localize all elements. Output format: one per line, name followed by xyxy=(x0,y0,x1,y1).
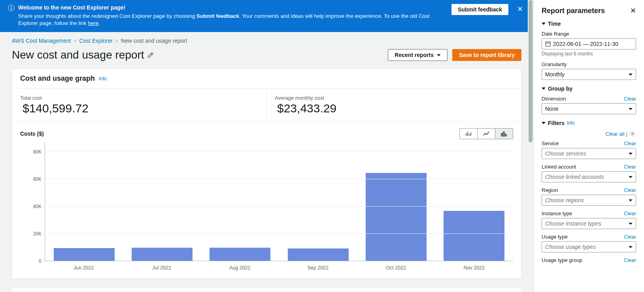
date-range-hint: Displaying last 6 months xyxy=(542,51,636,57)
chart-bar[interactable] xyxy=(366,173,427,261)
filter-clear-link[interactable]: Clear xyxy=(624,140,636,146)
filter-label: Service xyxy=(542,140,559,146)
y-tick-label: 0 xyxy=(39,258,42,264)
cost-breakdown-card: Cost and usage breakdown Download as CSV… xyxy=(12,288,521,292)
filter-clear-link[interactable]: Clear xyxy=(624,257,636,263)
side-panel-close-icon[interactable]: ✕ xyxy=(630,6,636,15)
x-tick-label: Aug 2022 xyxy=(201,265,279,271)
page-title: New cost and usage report xyxy=(12,49,154,61)
main-scrollbar[interactable] xyxy=(528,0,533,292)
svg-rect-6 xyxy=(546,42,550,46)
x-tick-label: Nov 2022 xyxy=(435,265,514,271)
calendar-icon xyxy=(545,41,551,47)
filter-select[interactable]: Choose regions xyxy=(542,195,636,206)
card-title: Cost and usage graph xyxy=(20,74,95,83)
filter-clear-link[interactable]: Clear xyxy=(624,187,636,193)
filters-info-link[interactable]: Info xyxy=(567,120,575,126)
filter-label: Region xyxy=(542,187,558,193)
banner-here-link[interactable]: here xyxy=(88,20,98,26)
y-tick-label: 20K xyxy=(33,231,42,237)
dimension-select[interactable]: None xyxy=(542,103,636,114)
filter-clear-link[interactable]: Clear xyxy=(624,234,636,240)
side-panel-title: Report parameters xyxy=(542,7,605,15)
avg-cost-label: Average monthly cost xyxy=(275,95,513,101)
caret-down-icon xyxy=(629,199,633,201)
svg-rect-2 xyxy=(505,134,506,136)
chart-bar[interactable] xyxy=(132,248,193,262)
x-tick-label: Jun 2022 xyxy=(45,265,123,271)
chart-stacked-button[interactable] xyxy=(495,129,513,139)
banner-close-icon[interactable]: ✕ xyxy=(515,4,525,14)
caret-down-icon xyxy=(629,108,633,110)
chart-bar[interactable] xyxy=(210,248,270,261)
filter-label: Usage type group xyxy=(542,257,582,263)
submit-feedback-button[interactable]: Submit feedback xyxy=(451,4,508,15)
filter-clear-link[interactable]: Clear xyxy=(624,210,636,216)
cost-graph-card: Cost and usage graph Info Total cost $14… xyxy=(12,68,521,279)
banner-title: Welcome to the new Cost Explorer page! xyxy=(18,4,448,12)
breadcrumb-cost-management[interactable]: AWS Cost Management xyxy=(12,38,71,44)
section-time[interactable]: Time xyxy=(542,21,636,27)
save-report-button[interactable]: Save to report library xyxy=(452,49,521,61)
chart-bar[interactable] xyxy=(444,211,504,262)
chart-y-label: Costs ($) xyxy=(20,131,44,137)
section-filters[interactable]: Filters Info xyxy=(542,120,636,126)
dimension-clear-link[interactable]: Clear xyxy=(624,96,636,102)
panel-resize-handle[interactable]: || xyxy=(533,139,534,153)
chevron-right-icon: › xyxy=(116,38,118,44)
dimension-label: Dimension xyxy=(542,96,566,102)
x-tick-label: Jul 2022 xyxy=(123,265,201,271)
breadcrumb-current: New cost and usage report xyxy=(121,38,187,44)
chart-bar[interactable] xyxy=(288,248,349,261)
x-tick-label: Sep 2022 xyxy=(279,265,357,271)
filters-settings-icon[interactable] xyxy=(629,130,636,137)
chart-type-toggle xyxy=(459,128,513,139)
filter-clear-link[interactable]: Clear xyxy=(624,164,636,170)
banner-body: Share your thoughts about the redesigned… xyxy=(18,13,448,28)
chart-bar[interactable] xyxy=(54,248,115,261)
caret-down-icon xyxy=(542,87,546,90)
caret-down-icon xyxy=(629,223,633,225)
report-parameters-panel: || Report parameters ✕ Time Date Range 2… xyxy=(533,0,644,292)
caret-down-icon xyxy=(629,246,633,248)
stacked-bar-icon xyxy=(501,131,507,137)
y-tick-label: 60K xyxy=(33,176,42,182)
caret-down-icon xyxy=(542,122,546,124)
bar-chart-icon xyxy=(465,131,472,137)
x-tick-label: Oct 2022 xyxy=(357,265,435,271)
section-group-by[interactable]: Group by xyxy=(542,85,636,92)
svg-point-10 xyxy=(632,133,633,135)
chevron-right-icon: › xyxy=(74,38,76,44)
info-banner: i Welcome to the new Cost Explorer page!… xyxy=(0,0,533,32)
filter-select[interactable]: Choose linked accounts xyxy=(542,171,636,182)
edit-icon[interactable] xyxy=(147,52,154,58)
granularity-label: Granularity xyxy=(542,61,636,67)
breadcrumb-cost-explorer[interactable]: Cost Explorer xyxy=(79,38,113,44)
info-link[interactable]: Info xyxy=(99,76,107,82)
granularity-select[interactable]: Monthly xyxy=(542,69,636,80)
info-icon: i xyxy=(8,5,14,11)
total-cost-value: $140,599.72 xyxy=(20,102,259,115)
filter-select[interactable]: Choose usage types xyxy=(542,241,636,252)
total-cost-label: Total cost xyxy=(20,95,259,101)
recent-reports-button[interactable]: Recent reports xyxy=(388,49,448,61)
caret-down-icon xyxy=(629,176,633,178)
filter-select[interactable]: Choose instance types xyxy=(542,218,636,229)
chart-line-button[interactable] xyxy=(477,129,495,139)
date-range-label: Date Range xyxy=(542,31,636,37)
filter-label: Instance type xyxy=(542,210,572,216)
caret-down-icon xyxy=(437,54,441,56)
clear-all-link[interactable]: Clear all xyxy=(606,131,625,137)
caret-down-icon xyxy=(629,74,633,76)
filter-label: Linked account xyxy=(542,164,576,170)
filter-label: Usage type xyxy=(542,234,568,240)
line-chart-icon xyxy=(483,131,489,137)
caret-down-icon xyxy=(629,153,633,155)
filter-select[interactable]: Choose services xyxy=(542,148,636,159)
y-tick-label: 40K xyxy=(33,204,42,209)
y-tick-label: 80K xyxy=(33,149,42,155)
avg-cost-value: $23,433.29 xyxy=(275,102,513,115)
date-range-input[interactable]: 2022-06-01 — 2022-11-30 xyxy=(542,38,636,49)
caret-down-icon xyxy=(542,23,546,25)
chart-bar-button[interactable] xyxy=(460,129,477,139)
